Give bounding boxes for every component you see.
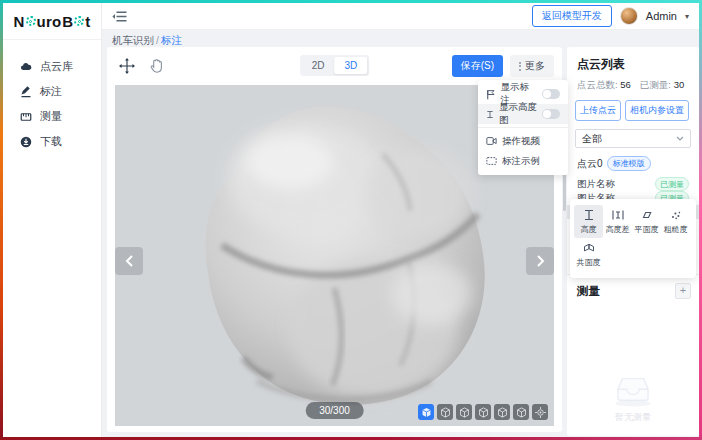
example-icon xyxy=(486,156,497,166)
tool-roughness[interactable]: 粗糙度 xyxy=(661,205,690,238)
hand-icon[interactable] xyxy=(149,58,164,74)
crosshair-icon xyxy=(535,407,546,418)
tool-height-difference[interactable]: 高度差 xyxy=(603,205,632,238)
flag-icon xyxy=(486,89,496,100)
cube-icon xyxy=(478,407,489,418)
frame-border-left xyxy=(0,0,3,440)
height-difference-icon xyxy=(612,209,624,221)
view-cube-right-button[interactable] xyxy=(494,404,510,420)
mode-2d-button[interactable]: 2D xyxy=(302,57,335,74)
mode-3d-button[interactable]: 3D xyxy=(335,57,368,74)
sidebar: NuroBt 点云库 标注 测量 下载 xyxy=(3,3,102,437)
show-annotations-toggle[interactable] xyxy=(542,89,560,99)
view-cube-left-button[interactable] xyxy=(475,404,491,420)
tool-label: 高度 xyxy=(581,224,597,235)
view-cube-back-button[interactable] xyxy=(513,404,529,420)
menu-fold-icon[interactable] xyxy=(112,10,127,23)
flatness-icon xyxy=(641,209,653,221)
sidebar-item-label: 标注 xyxy=(40,84,62,99)
cloud-icon xyxy=(20,61,32,73)
breadcrumb-separator: / xyxy=(156,34,159,46)
cube-icon xyxy=(421,407,432,418)
measured-badge: 已测量 xyxy=(655,177,689,191)
pen-icon xyxy=(20,86,32,98)
frame-border-top xyxy=(0,0,702,3)
tool-label: 粗糙度 xyxy=(664,224,688,235)
breadcrumb-parent[interactable]: 机车识别 xyxy=(112,34,154,46)
camera-params-button[interactable]: 相机内参设置 xyxy=(625,100,689,121)
more-button[interactable]: 更多 xyxy=(510,55,554,77)
sidebar-item-label: 点云库 xyxy=(40,59,73,74)
empty-state-text: 暂无测量 xyxy=(615,411,651,424)
pointcloud-group-row[interactable]: 点云0 标准模版 xyxy=(567,148,699,171)
menu-divider xyxy=(478,127,568,128)
save-button[interactable]: 保存(S) xyxy=(452,55,503,77)
measure-tools-palette: 高度 高度差 平面度 粗糙度 共面度 xyxy=(570,199,696,278)
menu-item-label: 标注示例 xyxy=(502,155,540,168)
user-name[interactable]: Admin xyxy=(646,10,677,22)
cube-icon xyxy=(497,407,508,418)
logo-text: uro xyxy=(37,13,62,30)
logo-text: t xyxy=(85,13,90,30)
image-row[interactable]: 图片名称 已测量 xyxy=(567,177,699,191)
view-cube-top-button[interactable] xyxy=(437,404,453,420)
measured-label: 已测量: xyxy=(640,79,671,90)
more-dots-icon xyxy=(519,62,521,71)
panel-stats: 点云总数: 56 已测量: 30 xyxy=(567,73,699,92)
view-cube-bottom-button[interactable] xyxy=(456,404,472,420)
coplanarity-icon xyxy=(583,242,595,254)
sidebar-item-measure[interactable]: 测量 xyxy=(3,104,101,129)
chevron-down-icon xyxy=(676,136,684,141)
add-measure-button[interactable]: + xyxy=(675,283,691,299)
cube-icon xyxy=(440,407,451,418)
reset-view-button[interactable] xyxy=(532,404,548,420)
logo-text: B xyxy=(62,13,73,30)
measured-value: 30 xyxy=(674,79,685,90)
menu-item-label: 显示高度图 xyxy=(499,101,537,127)
tool-label: 平面度 xyxy=(635,224,659,235)
menu-item-show-heightmap[interactable]: 显示高度图 xyxy=(478,104,568,124)
menu-item-tutorial-video[interactable]: 操作视频 xyxy=(478,131,568,151)
ruler-icon xyxy=(20,111,32,123)
back-to-model-dev-button[interactable]: 返回模型开发 xyxy=(532,5,612,27)
chevron-down-icon: ▾ xyxy=(685,12,689,21)
tool-label: 共面度 xyxy=(577,257,601,268)
sidebar-item-annotate[interactable]: 标注 xyxy=(3,79,101,104)
measure-section-title: 测量 xyxy=(577,284,600,299)
filter-selected-value: 全部 xyxy=(582,132,602,146)
measure-empty-state: 暂无测量 xyxy=(567,374,699,424)
tool-coplanarity[interactable]: 共面度 xyxy=(574,238,603,271)
sidebar-item-pointcloud-library[interactable]: 点云库 xyxy=(3,54,101,79)
more-label: 更多 xyxy=(525,59,545,73)
show-heightmap-toggle[interactable] xyxy=(542,109,560,119)
chevron-left-icon xyxy=(125,255,134,267)
template-badge: 标准模版 xyxy=(607,156,651,171)
pointcloud-name: 点云0 xyxy=(577,157,603,171)
upload-pointcloud-button[interactable]: 上传点云 xyxy=(575,100,621,121)
image-name: 图片名称 xyxy=(577,178,615,191)
view-mode-segmented: 2D 3D xyxy=(300,55,370,76)
sidebar-item-download[interactable]: 下载 xyxy=(3,129,101,154)
app-logo: NuroBt xyxy=(3,3,101,40)
menu-item-label: 操作视频 xyxy=(502,135,540,148)
next-image-button[interactable] xyxy=(526,247,554,275)
roughness-icon xyxy=(670,209,682,221)
tool-height[interactable]: 高度 xyxy=(574,205,603,238)
filter-select[interactable]: 全部 xyxy=(575,129,691,148)
prev-image-button[interactable] xyxy=(115,247,143,275)
view-orientation-bar xyxy=(418,404,548,420)
tooth-3d-model[interactable] xyxy=(187,93,507,423)
avatar[interactable] xyxy=(620,7,638,25)
total-value: 56 xyxy=(620,79,631,90)
move-icon[interactable] xyxy=(119,58,135,74)
cube-icon xyxy=(459,407,470,418)
download-icon xyxy=(20,136,32,148)
view-cube-front-button[interactable] xyxy=(418,404,434,420)
total-label: 点云总数: xyxy=(577,79,618,90)
height-icon xyxy=(583,209,595,221)
tool-flatness[interactable]: 平面度 xyxy=(632,205,661,238)
sidebar-item-label: 测量 xyxy=(40,109,62,124)
menu-item-annotation-example[interactable]: 标注示例 xyxy=(478,151,568,171)
video-icon xyxy=(486,136,497,146)
sidebar-item-label: 下载 xyxy=(40,134,62,149)
